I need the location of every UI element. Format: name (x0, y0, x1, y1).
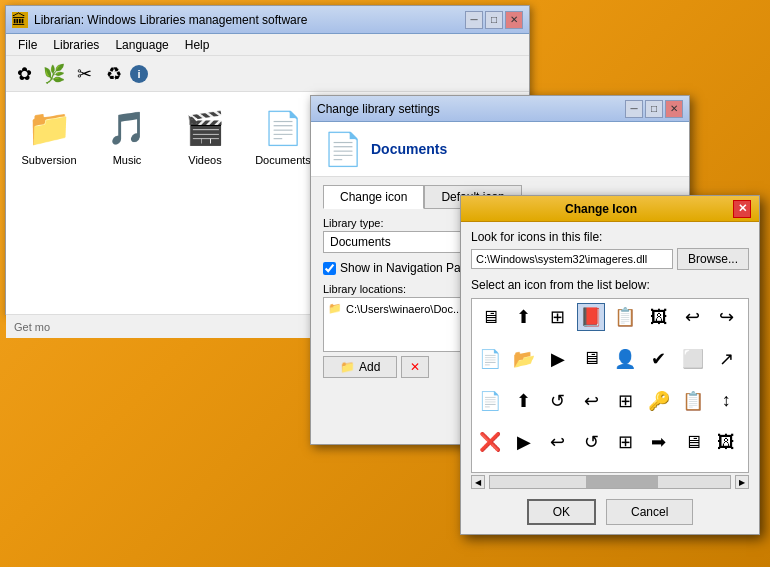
icon-cell[interactable]: ➡ (645, 428, 673, 456)
icon-cell[interactable]: ⬜ (679, 345, 707, 373)
subversion-label: Subversion (21, 154, 76, 166)
icon-cell[interactable]: ↪ (712, 303, 740, 331)
icon-cell[interactable]: ↩ (679, 303, 707, 331)
change-icon-title-text: Change Icon (469, 202, 733, 216)
cancel-button[interactable]: Cancel (606, 499, 693, 525)
menu-file[interactable]: File (10, 36, 45, 54)
menu-help[interactable]: Help (177, 36, 218, 54)
icon-cell[interactable]: 🖼 (645, 303, 673, 331)
lib-settings-title-buttons: ─ □ ✕ (625, 100, 683, 118)
select-icon-label: Select an icon from the list below: (471, 278, 749, 292)
icon-cell[interactable]: ↺ (544, 387, 572, 415)
show-nav-checkbox[interactable] (323, 262, 336, 275)
change-icon-content: Look for icons in this file: C:\Windows\… (461, 222, 759, 533)
videos-icon: 🎬 (181, 104, 229, 152)
main-window-title: Librarian: Windows Libraries management … (34, 13, 465, 27)
icon-cell[interactable]: ↩ (544, 428, 572, 456)
toolbar-btn-2[interactable]: 🌿 (40, 60, 68, 88)
icon-cell[interactable]: 📕 (577, 303, 605, 331)
toolbar: ✿ 🌿 ✂ ♻ i (6, 56, 529, 92)
icon-cell[interactable]: ⬆ (510, 303, 538, 331)
icon-cell[interactable]: 📄 (476, 387, 504, 415)
icon-cell[interactable]: ❌ (476, 428, 504, 456)
icon-cell[interactable]: ↺ (577, 428, 605, 456)
icon-cell[interactable]: 📋 (611, 303, 639, 331)
icon-cell[interactable]: ↩ (577, 387, 605, 415)
scrollbar-row: ◀ ▶ (471, 475, 749, 489)
icon-cell[interactable]: 🖥 (577, 345, 605, 373)
music-icon: 🎵 (103, 104, 151, 152)
icon-cell[interactable]: ↕ (712, 387, 740, 415)
menu-libraries[interactable]: Libraries (45, 36, 107, 54)
remove-icon: ✕ (410, 360, 420, 374)
add-button-label: Add (359, 360, 380, 374)
status-text: Get mo (14, 321, 50, 333)
file-path-input[interactable]: C:\Windows\system32\imageres.dll (471, 249, 673, 269)
lib-settings-title-bar: Change library settings ─ □ ✕ (311, 96, 689, 122)
change-icon-button[interactable]: Change icon (323, 185, 424, 209)
icon-cell[interactable]: ▶ (510, 428, 538, 456)
icon-cell[interactable]: ▶ (544, 345, 572, 373)
toolbar-btn-3[interactable]: ✂ (70, 60, 98, 88)
lib-settings-restore[interactable]: □ (645, 100, 663, 118)
icon-cell[interactable]: 📋 (679, 387, 707, 415)
restore-button[interactable]: □ (485, 11, 503, 29)
library-music[interactable]: 🎵 Music (92, 100, 162, 306)
change-icon-dialog: Change Icon ✕ Look for icons in this fil… (460, 195, 760, 535)
library-documents[interactable]: 📄 Documents (248, 100, 318, 306)
icon-cell[interactable]: 📂 (510, 345, 538, 373)
title-bar-buttons: ─ □ ✕ (465, 11, 523, 29)
look-for-label: Look for icons in this file: (471, 230, 749, 244)
lib-settings-close[interactable]: ✕ (665, 100, 683, 118)
lib-settings-header-title: Documents (371, 141, 447, 157)
icon-cell[interactable]: ⊞ (611, 428, 639, 456)
icon-cell[interactable]: 🔑 (645, 387, 673, 415)
lib-settings-title: Change library settings (317, 102, 625, 116)
change-icon-buttons: OK Cancel (471, 499, 749, 525)
videos-label: Videos (188, 154, 221, 166)
browse-button[interactable]: Browse... (677, 248, 749, 270)
icon-cell[interactable]: ⊞ (611, 387, 639, 415)
add-location-button[interactable]: 📁 Add (323, 356, 397, 378)
subversion-icon: 📁 (25, 104, 73, 152)
icon-cell[interactable]: 🖼 (712, 428, 740, 456)
scroll-left-arrow[interactable]: ◀ (471, 475, 485, 489)
scrollbar-track[interactable] (489, 475, 731, 489)
icon-cell[interactable]: ↗ (712, 345, 740, 373)
icons-grid: 🖥⬆⊞📕📋🖼↩↪📄📂▶🖥👤✔⬜↗📄⬆↺↩⊞🔑📋↕❌▶↩↺⊞➡🖥🖼 (471, 298, 749, 473)
folder-icon-small: 📁 (328, 302, 342, 315)
lib-settings-header: 📄 Documents (311, 122, 689, 177)
toolbar-btn-1[interactable]: ✿ (10, 60, 38, 88)
change-icon-title-bar: Change Icon ✕ (461, 196, 759, 222)
library-subversion[interactable]: 📁 Subversion (14, 100, 84, 306)
info-button[interactable]: i (130, 65, 148, 83)
show-nav-label: Show in Navigation Par... (340, 261, 474, 275)
icon-cell[interactable]: ✔ (645, 345, 673, 373)
ok-button[interactable]: OK (527, 499, 596, 525)
library-videos[interactable]: 🎬 Videos (170, 100, 240, 306)
add-folder-icon: 📁 (340, 360, 355, 374)
icon-cell[interactable]: 🖥 (476, 303, 504, 331)
icon-cell[interactable]: 📄 (476, 345, 504, 373)
main-title-bar: 🏛 Librarian: Windows Libraries managemen… (6, 6, 529, 34)
change-icon-close-button[interactable]: ✕ (733, 200, 751, 218)
app-icon: 🏛 (12, 12, 28, 28)
toolbar-refresh[interactable]: ♻ (100, 60, 128, 88)
menu-language[interactable]: Language (107, 36, 176, 54)
menu-bar: File Libraries Language Help (6, 34, 529, 56)
lib-settings-minimize[interactable]: ─ (625, 100, 643, 118)
scroll-right-arrow[interactable]: ▶ (735, 475, 749, 489)
documents-icon: 📄 (259, 104, 307, 152)
documents-label: Documents (255, 154, 311, 166)
icon-cell[interactable]: 👤 (611, 345, 639, 373)
close-button[interactable]: ✕ (505, 11, 523, 29)
minimize-button[interactable]: ─ (465, 11, 483, 29)
music-label: Music (113, 154, 142, 166)
icon-cell[interactable]: 🖥 (679, 428, 707, 456)
icon-cell[interactable]: ⊞ (544, 303, 572, 331)
lib-settings-header-icon: 📄 (323, 130, 363, 168)
icon-cell[interactable]: ⬆ (510, 387, 538, 415)
file-path-row: C:\Windows\system32\imageres.dll Browse.… (471, 248, 749, 270)
remove-location-button[interactable]: ✕ (401, 356, 429, 378)
location-path: C:\Users\winaero\Doc... (346, 303, 462, 315)
